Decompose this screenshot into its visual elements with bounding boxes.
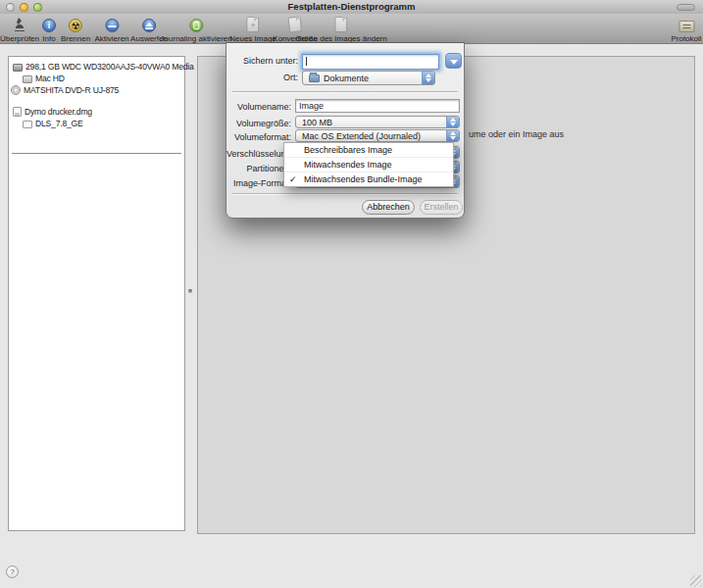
- popup-stepper-icon: [446, 117, 459, 127]
- volume-name-input[interactable]: Image: [295, 99, 460, 113]
- encryption-label: Verschlüsselung:: [226, 149, 291, 159]
- new-image-icon: +: [247, 17, 260, 32]
- volume-format-popup[interactable]: Mac OS Extended (Journaled): [295, 129, 460, 142]
- menu-item-sparse-bundle-image[interactable]: ✓ Mitwachsendes Bundle-Image: [284, 172, 453, 187]
- image-format-label: Image-Format:: [226, 178, 291, 188]
- resize-grip[interactable]: [690, 575, 702, 587]
- toolbar-resize-image-button[interactable]: Größe des Images ändern: [295, 16, 386, 43]
- partitions-label: Partitionen:: [226, 164, 291, 173]
- menu-item-writable-image[interactable]: Beschreibbares Image: [284, 143, 453, 158]
- location-popup[interactable]: Dokumente: [302, 71, 435, 85]
- toolbar-enable-journaling-button[interactable]: Journaling aktivieren: [160, 16, 231, 43]
- window-title: Festplatten-Dienstprogramm: [0, 1, 703, 12]
- text-caret: [306, 57, 307, 66]
- resize-image-icon: [334, 17, 347, 32]
- verify-microscope-icon: [0, 16, 39, 32]
- device-list: 298,1 GB WDC WD3200AAJS-40VWA0 Media Mac…: [8, 56, 185, 531]
- popup-stepper-icon: [422, 72, 434, 84]
- volume-size-popup[interactable]: 100 MB: [295, 116, 460, 128]
- enable-journaling-icon: [189, 19, 203, 32]
- burn-icon: ☢: [69, 19, 82, 32]
- toolbar-info-button[interactable]: i Info: [42, 16, 56, 43]
- save-as-label: Sichern unter:: [226, 56, 298, 66]
- toolbar-verify-button[interactable]: Überprüfen: [0, 16, 39, 43]
- volume-icon: [23, 75, 32, 83]
- list-item-disk-image[interactable]: Dymo drucker.dmg: [9, 106, 184, 118]
- toolbar-toggle-pill-icon[interactable]: [677, 4, 695, 11]
- sheet-separator-bottom: [232, 193, 458, 194]
- list-item-volume-dls[interactable]: DLS_7.8_GE: [9, 118, 184, 129]
- create-button[interactable]: Erstellen: [420, 200, 463, 215]
- menu-item-sparse-image[interactable]: Mitwachsendes Image: [284, 158, 453, 172]
- save-as-input[interactable]: [302, 54, 439, 70]
- volume-name-label: Volumename:: [226, 102, 291, 112]
- volume-size-label: Volumegröße:: [226, 119, 291, 128]
- expand-disclosure-button[interactable]: [445, 53, 462, 69]
- optical-drive-icon: [11, 85, 21, 95]
- location-label: Ort:: [226, 73, 298, 82]
- checkmark-icon: ✓: [289, 172, 297, 187]
- info-icon: i: [42, 19, 56, 32]
- image-format-menu: Beschreibbares Image Mitwachsendes Image…: [283, 142, 454, 187]
- cancel-button[interactable]: Abbrechen: [362, 200, 415, 215]
- toolbar-log-button[interactable]: Protokoll: [671, 16, 701, 43]
- log-icon: [678, 21, 694, 32]
- disk-utility-window: Festplatten-Dienstprogramm Überprüfen i …: [0, 0, 703, 588]
- new-image-sheet: Sichern unter: Ort: Dokumente Volumename…: [226, 42, 465, 219]
- volume-outline-icon: [23, 121, 32, 128]
- toolbar-mount-button[interactable]: Aktivieren: [94, 16, 128, 43]
- toolbar-burn-button[interactable]: ☢ Brennen: [61, 16, 90, 43]
- title-bar[interactable]: Festplatten-Dienstprogramm: [0, 0, 703, 14]
- eject-icon: [142, 19, 156, 32]
- list-item-volume-machd[interactable]: Mac HD: [9, 73, 184, 84]
- volume-format-label: Volumeformat:: [226, 132, 291, 142]
- list-item-disk[interactable]: 298,1 GB WDC WD3200AAJS-40VWA0 Media: [9, 61, 184, 73]
- help-button[interactable]: ?: [6, 565, 19, 578]
- select-volume-hint-fragment: ume oder ein Image aus: [469, 129, 564, 139]
- hard-disk-icon: [13, 64, 23, 72]
- popup-stepper-icon: [446, 130, 459, 141]
- folder-icon: [309, 74, 320, 82]
- split-divider-handle[interactable]: [188, 289, 192, 293]
- toolbar-new-image-button[interactable]: + Neues Image: [229, 16, 276, 43]
- mount-icon: [105, 19, 119, 32]
- toolbar: Überprüfen i Info ☢ Brennen Aktivieren A…: [0, 14, 703, 44]
- sidebar-separator: [12, 153, 181, 154]
- sheet-separator-top: [232, 91, 458, 92]
- list-item-optical-drive[interactable]: MATSHITA DVD-R UJ-875: [9, 84, 184, 96]
- disk-image-file-icon: [13, 107, 22, 117]
